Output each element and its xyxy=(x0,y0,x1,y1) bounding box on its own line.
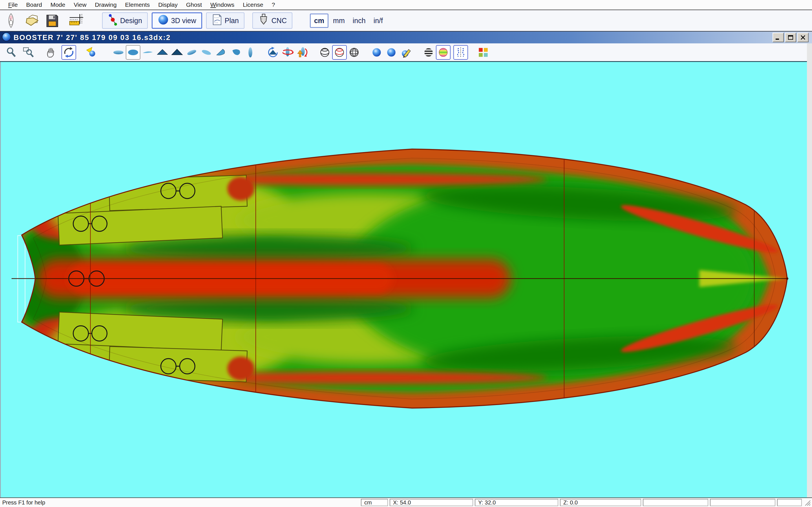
menu-file[interactable]: File xyxy=(4,1,22,8)
design-label: Design xyxy=(120,17,142,25)
view-angle-right-icon[interactable] xyxy=(229,45,243,60)
menu-ghost[interactable]: Ghost xyxy=(182,1,206,8)
status-pane-empty xyxy=(643,499,708,506)
color-settings-icon[interactable] xyxy=(476,45,491,60)
menu-mode[interactable]: Mode xyxy=(46,1,70,8)
menu-bar: File Board Mode View Drawing Elements Di… xyxy=(0,0,812,10)
nose-tip xyxy=(786,277,788,280)
rotate-axis-icon[interactable] xyxy=(280,45,295,60)
rotate-view-icon[interactable] xyxy=(266,45,280,60)
plan-document-icon xyxy=(212,14,222,27)
3d-viewport[interactable] xyxy=(0,62,807,497)
3d-view-label: 3D view xyxy=(171,17,196,25)
document-sphere-icon xyxy=(2,32,11,43)
fin-box xyxy=(58,312,223,351)
view-top-icon[interactable] xyxy=(126,45,140,60)
render-painted-icon[interactable] xyxy=(399,45,413,60)
status-help-text: Press F1 for help xyxy=(0,499,45,506)
open-file-icon[interactable] xyxy=(24,12,41,29)
render-stripes-icon[interactable] xyxy=(421,45,436,60)
window-controls xyxy=(772,33,810,42)
close-button[interactable] xyxy=(797,33,809,42)
render-smooth-icon[interactable] xyxy=(384,45,399,60)
fin-box xyxy=(109,175,247,211)
unit-inch[interactable]: inch xyxy=(349,14,369,27)
save-file-icon[interactable] xyxy=(43,12,60,29)
menu-display[interactable]: Display xyxy=(154,1,182,8)
minimize-button[interactable] xyxy=(772,33,784,42)
view-back-icon[interactable] xyxy=(170,45,185,60)
unit-cm[interactable]: cm xyxy=(310,13,328,28)
resize-grip[interactable] xyxy=(804,499,811,506)
cnc-label: CNC xyxy=(271,17,287,25)
status-coordinates: cm X: 54.0 Y: 32.0 Z: 0.0 xyxy=(361,499,812,506)
dimensions-icon[interactable] xyxy=(68,12,85,29)
unit-mm[interactable]: mm xyxy=(329,14,348,27)
light-source-icon[interactable] xyxy=(84,45,99,60)
maximize-button[interactable] xyxy=(785,33,796,42)
fin-box xyxy=(58,206,223,245)
menu-help[interactable]: ? xyxy=(267,1,280,8)
view-angle-left-icon[interactable] xyxy=(214,45,229,60)
render-wireframe-red-icon[interactable] xyxy=(332,45,347,60)
status-z: Z: 0.0 xyxy=(560,499,641,506)
view-flat-icon[interactable] xyxy=(140,45,155,60)
render-curvature-icon[interactable] xyxy=(436,45,451,60)
symmetry-icon[interactable] xyxy=(453,45,468,60)
menu-view[interactable]: View xyxy=(69,1,91,8)
design-mode-button[interactable]: Design xyxy=(102,12,148,29)
view-bottom-icon[interactable] xyxy=(111,45,126,60)
main-toolbar: Design 3D view Plan xyxy=(0,10,812,32)
status-bar: Press F1 for help cm X: 54.0 Y: 32.0 Z: … xyxy=(0,497,812,507)
cnc-bit-icon xyxy=(258,13,269,27)
rotate-3d-icon[interactable] xyxy=(61,45,76,60)
status-x: X: 54.0 xyxy=(390,499,473,506)
status-pane-empty xyxy=(710,499,775,506)
render-mesh-icon[interactable] xyxy=(347,45,361,60)
canvas-area xyxy=(0,62,812,497)
status-y: Y: 32.0 xyxy=(475,499,558,506)
fin-box xyxy=(109,346,247,382)
view-side-icon[interactable] xyxy=(243,45,258,60)
unit-inf[interactable]: in/f xyxy=(370,14,386,27)
menu-elements[interactable]: Elements xyxy=(121,1,154,8)
view-tilt-right-icon[interactable] xyxy=(199,45,214,60)
plan-mode-button[interactable]: Plan xyxy=(206,12,245,29)
render-wireframe-icon[interactable] xyxy=(317,45,332,60)
3d-view-mode-button[interactable]: 3D view xyxy=(152,12,202,29)
menu-board[interactable]: Board xyxy=(22,1,46,8)
flip-board-icon[interactable] xyxy=(295,45,310,60)
menu-windows[interactable]: Windows xyxy=(206,1,239,8)
menu-license[interactable]: License xyxy=(239,1,267,8)
view-toolbar xyxy=(0,43,807,62)
zoom-window-icon[interactable] xyxy=(21,45,36,60)
board-select-icon[interactable] xyxy=(2,12,20,29)
zoom-icon[interactable] xyxy=(4,45,18,60)
pan-hand-icon[interactable] xyxy=(44,45,59,60)
status-unit: cm xyxy=(361,499,388,506)
view-tilt-left-icon[interactable] xyxy=(185,45,199,60)
unit-selector: cm mm inch in/f xyxy=(310,13,386,28)
document-title-bar: BOOSTER 7' 27' 85 179 09 03 16.s3dx:2 xyxy=(0,32,812,43)
design-nodes-icon xyxy=(108,13,118,27)
plan-label: Plan xyxy=(225,17,239,25)
cnc-mode-button[interactable]: CNC xyxy=(252,12,292,29)
render-shaded-icon[interactable] xyxy=(369,45,384,60)
menu-drawing[interactable]: Drawing xyxy=(91,1,121,8)
view-front-icon[interactable] xyxy=(155,45,170,60)
application-window: File Board Mode View Drawing Elements Di… xyxy=(0,0,812,507)
board-render xyxy=(1,62,807,497)
sphere-3d-icon xyxy=(158,14,169,27)
status-pane-empty xyxy=(777,499,802,506)
document-title: BOOSTER 7' 27' 85 179 09 03 16.s3dx:2 xyxy=(13,33,171,42)
